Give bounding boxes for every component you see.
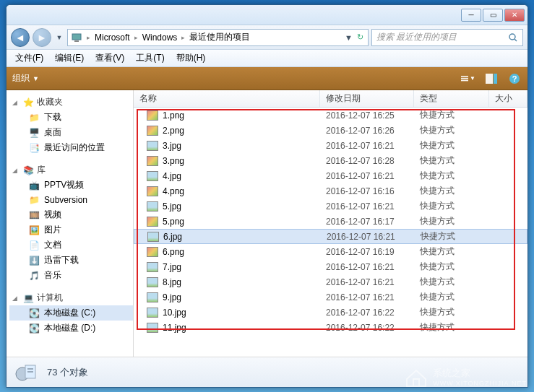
search-icon: [508, 32, 518, 43]
breadcrumb-item[interactable]: Microsoft: [92, 30, 133, 45]
image-icon: 🖼️: [28, 225, 40, 236]
file-row[interactable]: 3.jpg2016-12-07 16:21快捷方式: [134, 138, 527, 153]
organize-button[interactable]: 组织 ▼: [12, 72, 39, 84]
file-row[interactable]: 6.jpg2016-12-07 16:21快捷方式: [134, 229, 527, 244]
menu-edit[interactable]: 编辑(E): [49, 51, 90, 66]
file-icon: [147, 126, 158, 136]
file-list[interactable]: 1.png2016-12-07 16:25快捷方式2.png2016-12-07…: [134, 108, 527, 357]
svg-rect-13: [27, 368, 33, 370]
file-name: 7.jpg: [163, 262, 181, 272]
forward-button[interactable]: ►: [33, 28, 51, 47]
search-input[interactable]: 搜索 最近使用的项目: [371, 29, 523, 46]
file-icon: [147, 277, 158, 287]
sidebar-item-svn[interactable]: 📁Subversion: [9, 193, 133, 207]
file-row[interactable]: 8.jpg2016-12-07 16:21快捷方式: [134, 274, 527, 289]
file-row[interactable]: 4.jpg2016-12-07 16:21快捷方式: [134, 168, 527, 183]
file-name: 1.png: [163, 110, 184, 121]
back-button[interactable]: ◄: [11, 28, 30, 47]
maximize-button[interactable]: ▭: [483, 9, 503, 22]
file-row[interactable]: 10.jpg2016-12-07 16:22快捷方式: [134, 305, 527, 320]
menu-help[interactable]: 帮助(H): [171, 51, 212, 66]
menu-file[interactable]: 文件(F): [9, 51, 49, 66]
file-row[interactable]: 7.jpg2016-12-07 16:21快捷方式: [134, 259, 527, 274]
recent-icon: 📑: [28, 142, 40, 154]
video-icon: 📺: [28, 180, 40, 191]
computer-icon[interactable]: [68, 30, 85, 45]
sidebar-item-downloads[interactable]: 📁下载: [9, 110, 133, 125]
column-date[interactable]: 修改日期: [320, 90, 414, 107]
file-row[interactable]: 9.jpg2016-12-07 16:21快捷方式: [134, 289, 527, 305]
file-date: 2016-12-07 16:16: [320, 186, 414, 196]
breadcrumb-item[interactable]: 最近使用的项目: [186, 30, 253, 45]
file-name: 11.jpg: [163, 323, 186, 333]
status-bar: 73 个对象: [7, 357, 527, 387]
sidebar-item-drive-d[interactable]: 💽本地磁盘 (D:): [9, 321, 133, 336]
preview-pane-button[interactable]: [484, 71, 499, 86]
explorer-window: ─ ▭ ✕ ◄ ► ▼ ▸ Microsoft ▸ Windows ▸ 最近使用…: [6, 4, 528, 388]
file-icon: [147, 171, 158, 181]
file-date: 2016-12-07 16:22: [320, 308, 414, 318]
help-button[interactable]: ?: [507, 71, 522, 86]
file-date: 2016-12-07 16:25: [320, 110, 414, 121]
minimize-button[interactable]: ─: [461, 9, 481, 22]
file-row[interactable]: 2.png2016-12-07 16:26快捷方式: [134, 123, 527, 138]
view-mode-button[interactable]: ▼: [461, 71, 475, 86]
sidebar-item-drive-c[interactable]: 💽本地磁盘 (C:): [9, 305, 133, 321]
status-text: 73 个对象: [47, 366, 88, 379]
sidebar-item-desktop[interactable]: 🖥️桌面: [9, 125, 133, 140]
file-name: 3.jpg: [163, 141, 181, 151]
breadcrumb-item[interactable]: Windows: [139, 30, 181, 45]
svg-rect-4: [461, 76, 468, 77]
sidebar-item-recent[interactable]: 📑最近访问的位置: [9, 140, 133, 155]
svg-rect-0: [72, 34, 81, 40]
refresh-icon[interactable]: ↻: [357, 32, 363, 42]
titlebar: ─ ▭ ✕: [7, 5, 527, 25]
file-icon: [147, 308, 158, 318]
svg-rect-8: [494, 74, 497, 84]
address-bar[interactable]: ▸ Microsoft ▸ Windows ▸ 最近使用的项目 ▼ ↻: [67, 29, 369, 46]
file-name: 10.jpg: [163, 308, 186, 318]
document-icon: 📄: [28, 240, 40, 251]
sidebar-item-pictures[interactable]: 🖼️图片: [9, 222, 133, 238]
file-row[interactable]: 1.png2016-12-07 16:25快捷方式: [134, 108, 527, 123]
close-button[interactable]: ✕: [504, 9, 525, 22]
collapse-icon: ◢: [12, 167, 20, 174]
file-row[interactable]: 6.png2016-12-07 16:19快捷方式: [134, 244, 527, 259]
file-row[interactable]: 5.jpg2016-12-07 16:21快捷方式: [134, 199, 527, 214]
file-type: 快捷方式: [414, 245, 489, 258]
column-type[interactable]: 类型: [414, 90, 489, 107]
folder-icon: 📁: [28, 112, 40, 123]
file-row[interactable]: 11.jpg2016-12-07 16:22快捷方式: [134, 320, 527, 335]
svg-text:?: ?: [512, 74, 517, 83]
libraries-header[interactable]: ◢ 📚 库: [9, 162, 133, 178]
svg-rect-6: [461, 79, 468, 81]
sidebar-item-documents[interactable]: 📄文档: [9, 238, 133, 253]
menu-view[interactable]: 查看(V): [90, 51, 130, 66]
file-date: 2016-12-07 16:21: [320, 171, 414, 181]
file-icon: [147, 110, 158, 121]
file-date: 2016-12-07 16:17: [320, 217, 414, 227]
favorites-header[interactable]: ◢ ⭐ 收藏夹: [9, 95, 133, 110]
history-dropdown[interactable]: ▼: [54, 28, 64, 47]
sidebar-item-pptv[interactable]: 📺PPTV视频: [9, 178, 133, 193]
file-row[interactable]: 5.png2016-12-07 16:17快捷方式: [134, 214, 527, 229]
file-date: 2016-12-07 16:21: [321, 232, 415, 242]
drive-icon: 💽: [28, 323, 40, 334]
address-dropdown-icon[interactable]: ▼: [345, 33, 353, 42]
favorites-group: ◢ ⭐ 收藏夹 📁下载 🖥️桌面 📑最近访问的位置: [9, 95, 133, 155]
sidebar-item-xunlei[interactable]: ⬇️迅雷下载: [9, 253, 133, 268]
column-name[interactable]: 名称: [134, 90, 320, 107]
file-row[interactable]: 3.png2016-12-07 16:28快捷方式: [134, 153, 527, 168]
column-size[interactable]: 大小: [489, 90, 527, 107]
menu-tools[interactable]: 工具(T): [130, 51, 170, 66]
svg-rect-14: [27, 371, 33, 373]
file-type: 快捷方式: [414, 124, 489, 136]
computer-icon: 💻: [22, 292, 34, 304]
computer-header[interactable]: ◢ 💻 计算机: [9, 290, 133, 305]
column-headers: 名称 修改日期 类型 大小: [134, 90, 527, 108]
file-type: 快捷方式: [414, 139, 489, 152]
sidebar-item-videos[interactable]: 🎞️视频: [9, 207, 133, 222]
file-row[interactable]: 4.png2016-12-07 16:16快捷方式: [134, 183, 527, 199]
file-icon: [147, 141, 158, 151]
sidebar-item-music[interactable]: 🎵音乐: [9, 268, 133, 283]
